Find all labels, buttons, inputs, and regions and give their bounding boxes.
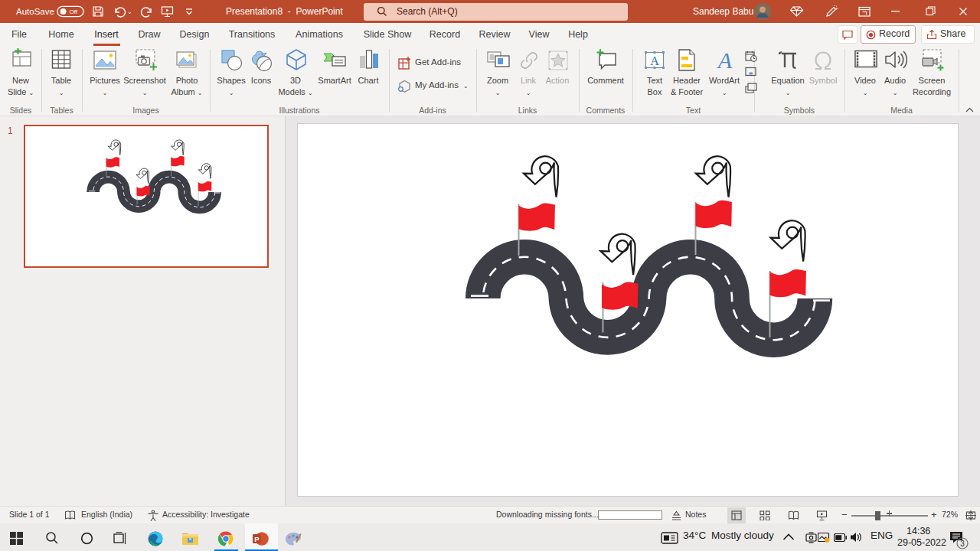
svg-text:A: A bbox=[717, 48, 733, 73]
svg-text:A: A bbox=[650, 54, 659, 67]
svg-text:3: 3 bbox=[960, 540, 965, 548]
svg-text:Off: Off bbox=[69, 8, 77, 15]
svg-text:P: P bbox=[254, 535, 260, 543]
